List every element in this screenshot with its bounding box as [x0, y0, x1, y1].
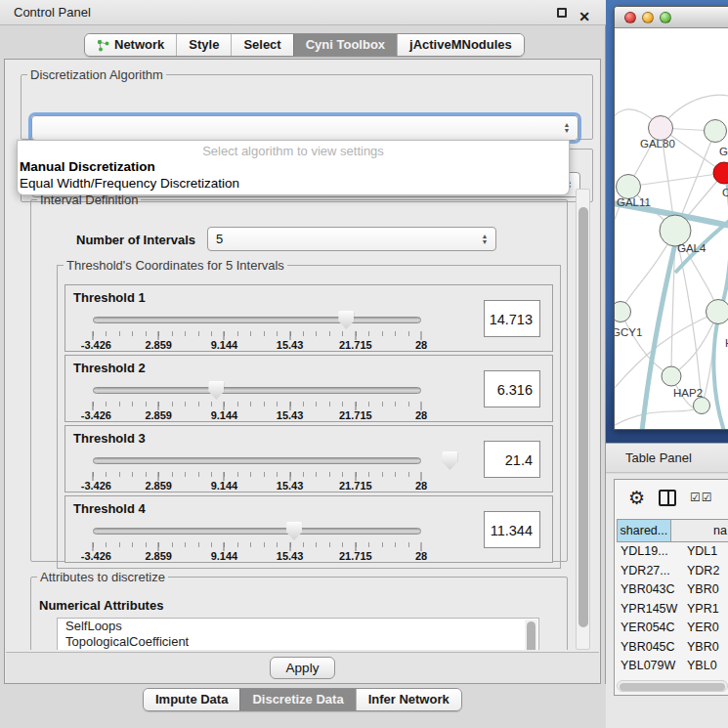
threshold-3-panel: Threshold 3 -3.426 2.859 9.144 15.43 21.…	[64, 425, 553, 492]
right-column: GAL80 GA C GAL11 GAL4 GCY1 H HAP2 Table …	[606, 0, 728, 728]
network-canvas[interactable]: GAL80 GA C GAL11 GAL4 GCY1 H HAP2	[615, 28, 728, 430]
threshold-value-field[interactable]: 21.4	[484, 441, 540, 478]
table-panel: ⚙ ☑☑ shared... na YDL19... YDL1 YDR27...…	[606, 474, 728, 728]
node-hap2[interactable]	[662, 366, 682, 387]
table-row[interactable]: YDL19... YDL1	[617, 542, 728, 562]
table-toolbar: ⚙ ☑☑	[615, 480, 728, 515]
threshold-1-panel: Threshold 1 -3.426 2.859 9.144 15.43 21.…	[64, 284, 553, 352]
combo-arrows-icon: ▲▼	[560, 119, 574, 137]
node-label: GCY1	[614, 326, 642, 338]
control-panel: Control Panel ✕ Network Style Select Cyn…	[0, 0, 606, 728]
threshold-value-field[interactable]: 6.316	[484, 370, 540, 407]
column-header-name[interactable]: na	[671, 520, 728, 541]
column-header-shared-name[interactable]: shared...	[618, 520, 671, 541]
tab-network[interactable]: Network	[85, 34, 176, 56]
threshold-value-field[interactable]: 14.713	[484, 300, 540, 337]
table-panel-titlebar: Table Panel	[606, 443, 728, 473]
tab-cyni-toolbox[interactable]: Cyni Toolbox	[293, 34, 397, 56]
table-row[interactable]: YBR043C YBR0	[617, 580, 728, 600]
slider-scale: -3.426 2.859 9.144 15.43 21.715 28	[93, 550, 421, 563]
table-panel-title: Table Panel	[625, 450, 692, 465]
bottom-strip: Impute Data Discretize Data Infer Networ…	[0, 684, 606, 728]
tab-infer-network[interactable]: Infer Network	[356, 689, 461, 710]
gear-icon[interactable]: ⚙	[628, 487, 645, 509]
apply-button[interactable]: Apply	[270, 657, 336, 679]
table-container: ⚙ ☑☑ shared... na YDL19... YDL1 YDR27...…	[614, 479, 728, 696]
threshold-label: Threshold 1	[73, 290, 146, 305]
node-table: shared... na YDL19... YDL1 YDR27... YDR2…	[617, 519, 728, 677]
table-horizontal-scrollbar[interactable]	[617, 680, 728, 692]
panel-title: Control Panel	[14, 5, 91, 20]
num-intervals-combobox[interactable]: 5 ▲▼	[207, 227, 496, 251]
tab-jactivemnodules[interactable]: jActiveMNodules	[397, 34, 524, 56]
slider-thumb[interactable]	[338, 311, 354, 329]
bottom-tab-bar: Impute Data Discretize Data Infer Networ…	[143, 688, 462, 711]
tab-label: Infer Network	[368, 689, 450, 710]
select-columns-icon[interactable]: ☑☑	[690, 491, 713, 504]
minimize-traffic-light-icon[interactable]	[642, 12, 654, 23]
node-label: GAL4	[677, 242, 706, 254]
group-label: Discretization Algorithm	[27, 67, 166, 82]
group-label: Threshold's Coordinates for 5 Intervals	[64, 258, 287, 273]
slider-thumb[interactable]	[286, 522, 302, 540]
slider-thumb[interactable]	[208, 381, 224, 400]
numerical-attributes-label: Numerical Attributes	[39, 598, 163, 613]
slider-scale: -3.426 2.859 9.144 15.43 21.715 28	[93, 409, 421, 422]
close-icon[interactable]: ✕	[578, 4, 590, 29]
table-row[interactable]: YBR045C YBR0	[617, 638, 728, 658]
popup-hint: Select algorithm to view settings	[18, 141, 569, 158]
tab-label: jActiveMNodules	[409, 34, 512, 56]
slider-track[interactable]	[93, 528, 421, 535]
close-traffic-light-icon[interactable]	[624, 12, 636, 23]
control-panel-titlebar: Control Panel ✕	[0, 0, 606, 25]
slider-thumb[interactable]	[442, 451, 457, 470]
tab-impute-data[interactable]: Impute Data	[144, 689, 239, 710]
main-scrollbar[interactable]	[576, 189, 590, 650]
table-row[interactable]: YLR345W YLR3	[617, 676, 728, 678]
threshold-label: Threshold 2	[73, 361, 146, 375]
node-top-right[interactable]	[704, 119, 727, 143]
node-bottom[interactable]	[693, 397, 710, 414]
slider-track[interactable]	[93, 387, 421, 394]
tab-select[interactable]: Select	[231, 34, 292, 56]
table-row[interactable]: YBL079W YBL0	[617, 657, 728, 676]
threshold-4-panel: Threshold 4 -3.426 2.859 9.144 15.43 21.…	[64, 495, 553, 563]
interval-definition-group: Interval Definition Number of Intervals …	[30, 193, 568, 562]
tab-label: Style	[189, 34, 219, 56]
apply-row: Apply	[6, 652, 599, 683]
list-item[interactable]: TopologicalCoefficient	[58, 634, 538, 650]
popup-option-equal-width[interactable]: Equal Width/Frequency Discretization	[18, 175, 569, 192]
list-scrollbar[interactable]	[525, 620, 537, 650]
discretization-algorithm-group: Discretization Algorithm ▲▼	[21, 67, 593, 140]
slider-scale: -3.426 2.859 9.144 15.43 21.715 28	[93, 480, 421, 492]
slider-track[interactable]	[93, 317, 421, 323]
zoom-traffic-light-icon[interactable]	[660, 12, 671, 23]
tab-label: Network	[114, 34, 164, 56]
tab-style[interactable]: Style	[176, 34, 231, 56]
table-row[interactable]: YPR145W YPR1	[617, 600, 728, 620]
algorithm-combobox[interactable]: ▲▼	[31, 115, 578, 141]
node-h[interactable]	[706, 299, 728, 324]
popup-option-manual[interactable]: Manual Discretization	[18, 158, 569, 175]
node-label: GAL80	[640, 138, 675, 150]
algorithm-dropdown-popup: Select algorithm to view settings Manual…	[17, 140, 570, 195]
split-columns-icon[interactable]	[659, 490, 676, 506]
tab-discretize-data[interactable]: Discretize Data	[239, 689, 355, 710]
threshold-2-panel: Threshold 2 -3.426 2.859 9.144 15.43 21.…	[64, 355, 553, 422]
list-item[interactable]: SelfLoops	[58, 619, 538, 634]
attributes-listbox[interactable]: SelfLoops TopologicalCoefficient Between…	[57, 618, 539, 650]
table-row[interactable]: YDR27... YDR2	[617, 562, 728, 581]
network-view-window[interactable]: GAL80 GA C GAL11 GAL4 GCY1 H HAP2	[614, 6, 728, 430]
node-label: C	[722, 187, 728, 198]
threshold-label: Threshold 3	[73, 431, 146, 446]
slider-scale: -3.426 2.859 9.144 15.43 21.715 28	[93, 339, 421, 352]
list-item[interactable]: BetweennessCentrality	[58, 649, 538, 650]
node-label: GA	[719, 146, 728, 157]
top-tab-bar: Network Style Select Cyni Toolbox jActiv…	[84, 33, 525, 57]
float-window-icon[interactable]	[557, 8, 567, 18]
threshold-value-field[interactable]: 11.344	[484, 511, 540, 548]
table-row[interactable]: YER054C YER0	[617, 619, 728, 638]
slider-track[interactable]	[93, 457, 421, 464]
network-window-titlebar[interactable]	[615, 7, 728, 28]
node-selected-red[interactable]	[713, 162, 728, 185]
